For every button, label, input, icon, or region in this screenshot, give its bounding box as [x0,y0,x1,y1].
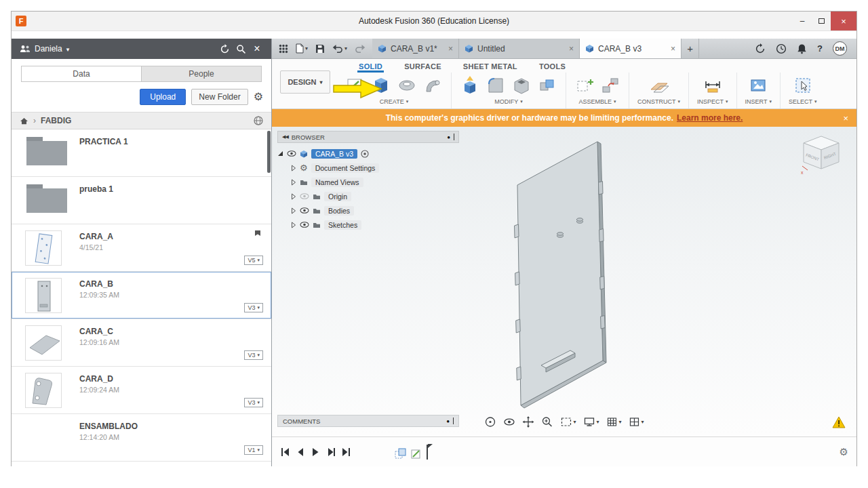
go-to-start-icon[interactable] [280,447,290,457]
timeline-sketch-icon[interactable] [410,448,422,460]
flag-icon[interactable] [254,230,262,239]
look-at-icon[interactable] [503,418,515,426]
orbit-icon[interactable] [484,416,496,428]
sweep-icon[interactable] [422,75,443,96]
workspace-selector[interactable]: DESIGN ▾ [280,70,330,94]
chevron-down-icon[interactable]: ▾ [66,46,70,53]
group-label-assemble[interactable]: ASSEMBLE▾ [578,98,616,105]
panel-options-icon[interactable]: ● [446,418,450,424]
group-label-select[interactable]: SELECT▾ [789,98,817,105]
tree-node[interactable]: Named Views [277,175,459,189]
redo-icon[interactable] [355,44,366,53]
version-badge[interactable]: V3▾ [244,303,263,312]
upload-button[interactable]: Upload [140,89,186,105]
version-badge[interactable]: V3▾ [244,398,263,407]
zoom-icon[interactable] [541,416,553,428]
tree-node-label[interactable]: Sketches [324,220,361,230]
visibility-eye-off-icon[interactable] [300,193,309,199]
tree-root-row[interactable]: CARA_B v3 [277,146,459,161]
step-forward-icon[interactable] [326,447,336,457]
expanded-arrow-icon[interactable] [277,150,283,157]
tab-data[interactable]: Data [22,66,142,81]
collapse-panel-icon[interactable]: ◀◀ [282,134,288,140]
joint-icon[interactable] [600,75,620,96]
list-item-design[interactable]: CARA_C 12:09:16 AM V3▾ [12,319,271,367]
group-label-create[interactable]: CREATE▾ [380,98,408,105]
learn-more-link[interactable]: Learn more here. [677,113,743,123]
insert-canvas-icon[interactable] [748,75,768,96]
new-folder-button[interactable]: New Folder [191,89,248,105]
tree-node-label[interactable]: Origin [324,192,351,201]
tree-root-label[interactable]: CARA_B v3 [311,149,357,159]
grid-settings-icon[interactable]: ▾ [607,417,622,427]
timeline-settings-gear-icon[interactable]: ⚙ [840,446,848,458]
maximize-button[interactable] [812,12,831,30]
close-tab-icon[interactable]: × [448,44,453,54]
play-icon[interactable] [311,447,320,457]
bell-icon[interactable] [797,43,807,54]
collapsed-arrow-icon[interactable] [291,165,296,171]
close-tab-icon[interactable]: × [569,44,574,54]
list-item-design[interactable]: ENSAMBLADO 12:14:20 AM V1▾ [12,414,271,462]
group-label-inspect[interactable]: INSPECT▾ [697,98,728,105]
new-component-icon[interactable] [574,75,595,96]
viewports-icon[interactable]: ▾ [629,417,644,427]
timeline-playhead[interactable] [427,445,428,460]
display-settings-icon[interactable]: ▾ [583,417,599,427]
tree-node[interactable]: Origin [277,189,459,203]
tree-node-label[interactable]: Named Views [311,178,363,187]
panel-resize-handle[interactable] [454,134,454,140]
tree-node[interactable]: Bodies [277,203,459,218]
apps-grid-icon[interactable] [279,44,288,54]
new-document-tab-button[interactable]: + [682,39,699,58]
version-badge[interactable]: V5▾ [244,256,263,265]
version-badge[interactable]: V1▾ [244,445,263,455]
list-item-design-selected[interactable]: CARA_B 12:09:35 AM V3▾ [12,272,271,319]
timeline-component-icon[interactable] [395,448,407,460]
list-item-folder[interactable]: prueba 1 [12,177,271,224]
minimize-button[interactable]: – [793,12,812,30]
list-item-folder[interactable]: PRACTICA 1 [12,129,271,177]
fillet-icon[interactable] [486,75,506,96]
press-pull-icon[interactable] [460,75,480,96]
job-status-icon[interactable] [755,43,766,54]
version-badge[interactable]: V3▾ [244,350,263,360]
browser-panel-header[interactable]: ◀◀ BROWSER ● [277,131,459,143]
group-label-modify[interactable]: MODIFY▾ [494,98,523,105]
combine-icon[interactable] [537,75,557,96]
step-back-icon[interactable] [296,447,305,457]
panel-resize-handle[interactable] [453,418,454,424]
list-item-design[interactable]: CARA_A 4/15/21 V5▾ [12,224,271,272]
visibility-eye-icon[interactable] [300,222,309,228]
help-icon[interactable]: ? [817,43,823,54]
construction-plane-icon[interactable] [649,75,669,96]
save-icon[interactable] [315,44,325,54]
3d-model-panel[interactable] [502,135,625,413]
clock-icon[interactable] [776,43,787,54]
list-item-design[interactable]: CARA_D 12:09:24 AM V3▾ [12,367,271,414]
close-tab-icon[interactable]: × [671,44,675,54]
home-icon[interactable] [20,117,28,125]
visibility-eye-icon[interactable] [300,207,309,214]
fit-icon[interactable]: ▾ [560,417,576,427]
dismiss-banner-icon[interactable]: × [843,113,848,123]
file-menu-icon[interactable]: ▾ [296,43,308,54]
ribbon-tab-sheet-metal[interactable]: SHEET METAL [462,62,519,73]
close-panel-icon[interactable]: × [251,43,263,55]
revolve-icon[interactable] [397,75,417,96]
collapsed-arrow-icon[interactable] [291,179,296,186]
shell-icon[interactable] [511,75,532,96]
scrollbar-thumb[interactable] [267,131,271,173]
select-icon[interactable] [793,75,813,96]
document-tab-active[interactable]: CARA_B v3 × [580,39,682,58]
ribbon-tab-surface[interactable]: SURFACE [403,62,443,73]
collapsed-arrow-icon[interactable] [291,207,296,214]
ribbon-tab-solid[interactable]: SOLID [357,62,384,73]
warning-triangle-icon[interactable] [832,416,846,428]
tree-node-label[interactable]: Bodies [324,206,354,216]
collapsed-arrow-icon[interactable] [291,193,296,200]
user-menu[interactable]: Daniela [35,44,62,54]
view-cube[interactable]: FRONT RIGHT x [797,132,847,176]
panel-options-icon[interactable]: ● [447,134,450,140]
settings-gear-icon[interactable]: ⚙ [254,92,263,102]
